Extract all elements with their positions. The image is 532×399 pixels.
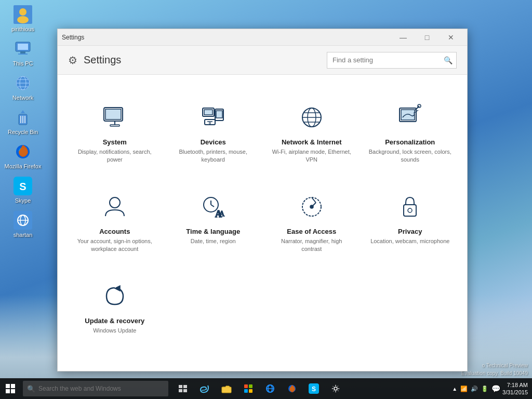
store-button[interactable] — [238, 378, 259, 399]
settings-item-personalization[interactable]: Personalization Background, lock screen,… — [364, 90, 457, 175]
window-title: Settings — [62, 34, 391, 41]
settings-window: Settings — □ ✕ ⚙ Settings 🔍 — [57, 29, 468, 371]
watermark: o Technical Preview Evaluation copy. Bui… — [461, 362, 528, 377]
start-button[interactable] — [0, 378, 21, 399]
ie-button[interactable] — [260, 378, 281, 399]
desktop-icon-pirithious[interactable]: pirithious — [4, 4, 42, 32]
maximize-button[interactable]: □ — [415, 29, 439, 46]
svg-rect-28 — [110, 125, 119, 126]
svg-point-0 — [19, 8, 26, 16]
settings-grid: System Display, notifications, search, p… — [68, 90, 457, 345]
settings-item-privacy[interactable]: Privacy Location, webcam, microphone — [364, 180, 457, 264]
clock-time: 7:18 AM — [502, 381, 528, 389]
svg-rect-56 — [404, 205, 416, 216]
svg-rect-64 — [244, 384, 248, 388]
desktop-icon-recycle-bin[interactable]: Recycle Bin — [4, 107, 42, 135]
time-name: Time & language — [186, 228, 240, 235]
svg-rect-61 — [179, 389, 182, 392]
settings-taskbar-button[interactable] — [325, 378, 346, 399]
settings-item-time[interactable]: A A Time & language Date, time, region — [167, 180, 260, 264]
tray-message-icon[interactable]: 💬 — [491, 384, 500, 393]
settings-item-network[interactable]: Network & Internet Wi-Fi, airplane mode,… — [265, 90, 358, 175]
this-pc-label: This PC — [4, 60, 42, 66]
desktop-icon-this-pc[interactable]: This PC — [4, 38, 42, 66]
svg-rect-26 — [105, 109, 121, 119]
settings-header: ⚙ Settings 🔍 — [58, 46, 467, 75]
svg-text:A: A — [219, 210, 225, 218]
taskbar-search-input[interactable] — [38, 385, 164, 392]
time-desc: Date, time, region — [191, 237, 236, 245]
tray-chevron[interactable]: ▲ — [452, 386, 457, 392]
firefox-label: Mozilla Firefox — [4, 163, 42, 169]
file-explorer-button[interactable] — [216, 378, 237, 399]
devices-desc: Bluetooth, printers, mouse, keyboard — [172, 148, 255, 164]
network-internet-icon — [295, 101, 328, 134]
clock-date: 3/31/2015 — [502, 389, 528, 396]
tray-volume-icon[interactable]: 🔊 — [471, 385, 478, 392]
search-input[interactable] — [327, 52, 457, 69]
tray-battery-icon: 🔋 — [481, 385, 488, 392]
desktop-icon-firefox[interactable]: Mozilla Firefox — [4, 141, 42, 169]
svg-line-49 — [211, 205, 214, 207]
taskbar-clock[interactable]: 7:18 AM 3/31/2015 — [502, 381, 528, 396]
edge-button[interactable] — [194, 378, 215, 399]
settings-item-ease[interactable]: Ease of Access Narrator, magnifier, high… — [265, 180, 358, 264]
settings-gear-icon: ⚙ — [68, 54, 77, 66]
ease-icon — [295, 190, 328, 223]
shartan-label: shartan — [4, 232, 42, 238]
minimize-button[interactable]: — — [391, 29, 415, 46]
pirithious-icon — [12, 4, 33, 25]
settings-item-devices[interactable]: Devices Bluetooth, printers, mouse, keyb… — [167, 90, 260, 175]
settings-item-accounts[interactable]: Accounts Your account, sign-in options, … — [68, 180, 162, 264]
update-desc: Windows Update — [93, 327, 136, 335]
close-button[interactable]: ✕ — [439, 29, 463, 46]
desktop-icon-skype[interactable]: S Skype — [4, 176, 42, 204]
system-tray: ▲ 📶 🔊 🔋 💬 — [452, 384, 500, 393]
svg-rect-60 — [183, 385, 187, 388]
network-icon — [12, 73, 33, 94]
desktop-icon-shartan[interactable]: shartan — [4, 210, 42, 238]
svg-rect-65 — [249, 384, 252, 388]
update-name: Update & recovery — [85, 317, 144, 325]
taskbar: 🔍 — [0, 378, 532, 399]
system-icon — [98, 101, 131, 134]
svg-rect-5 — [18, 54, 28, 55]
taskbar-items: S — [172, 378, 346, 399]
settings-title: Settings — [84, 54, 321, 66]
skype-label: Skype — [4, 197, 42, 204]
svg-text:S: S — [19, 181, 26, 192]
taskbar-search-box[interactable]: 🔍 — [23, 381, 168, 396]
task-view-button[interactable] — [172, 378, 193, 399]
firefox-taskbar-button[interactable] — [282, 378, 302, 399]
svg-rect-62 — [183, 389, 187, 392]
settings-item-update[interactable]: Update & recovery Windows Update — [68, 269, 162, 345]
recycle-bin-label: Recycle Bin — [4, 129, 42, 135]
network-name: Network & Internet — [282, 138, 342, 146]
devices-name: Devices — [201, 138, 226, 146]
recycle-bin-icon — [12, 107, 33, 128]
privacy-name: Privacy — [398, 228, 422, 235]
time-icon: A A — [196, 190, 230, 223]
windows-logo-icon — [6, 384, 15, 393]
skype-taskbar-button[interactable]: S — [303, 378, 324, 399]
svg-text:S: S — [312, 385, 316, 393]
svg-point-55 — [310, 205, 313, 208]
skype-icon: S — [12, 176, 33, 196]
svg-marker-12 — [21, 110, 25, 113]
privacy-desc: Location, webcam, microphone — [370, 237, 449, 245]
network-label: Network — [4, 95, 42, 101]
desktop: pirithious This PC — [0, 0, 532, 399]
settings-body[interactable]: System Display, notifications, search, p… — [58, 75, 467, 371]
settings-item-system[interactable]: System Display, notifications, search, p… — [68, 90, 162, 175]
desktop-icon-network[interactable]: Network — [4, 73, 42, 101]
svg-point-46 — [110, 197, 120, 208]
firefox-icon — [12, 141, 33, 162]
svg-marker-58 — [115, 286, 120, 291]
svg-rect-3 — [18, 44, 28, 50]
title-bar-controls: — □ ✕ — [391, 29, 463, 46]
privacy-icon — [393, 190, 427, 223]
svg-rect-30 — [204, 110, 212, 115]
devices-icon — [196, 101, 230, 134]
svg-point-35 — [209, 123, 211, 124]
personalization-desc: Background, lock screen, colors, sounds — [369, 148, 452, 164]
